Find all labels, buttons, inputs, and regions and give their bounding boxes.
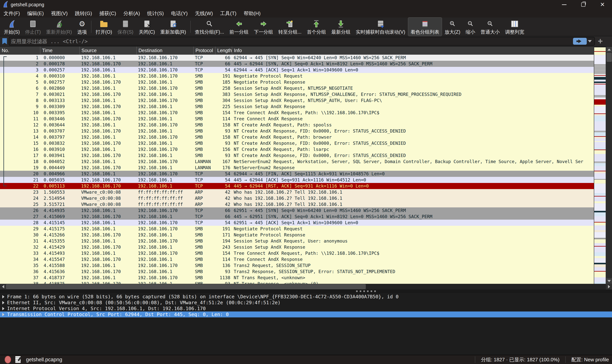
- menu-tools[interactable]: 工具(T): [217, 10, 240, 17]
- zoom-in-button[interactable]: + 放大(Z): [442, 17, 463, 36]
- menu-capture[interactable]: 捕获(C): [96, 10, 120, 17]
- reload-file-button[interactable]: 重新加载(R): [158, 17, 189, 36]
- packet-row[interactable]: 384.418875192.168.106.170192.168.106.1SM…: [0, 281, 594, 284]
- packet-row[interactable]: 334.415493192.168.106.1192.168.106.170SM…: [0, 250, 594, 256]
- column-time[interactable]: Time: [40, 47, 80, 54]
- packet-row[interactable]: 294.415175192.168.106.1192.168.106.170SM…: [0, 226, 594, 232]
- scroll-up-button[interactable]: [606, 47, 612, 52]
- column-destination[interactable]: Destination: [137, 47, 194, 54]
- normal-size-button[interactable]: = 普通大小: [478, 17, 502, 36]
- capture-options-button[interactable]: ⚙ 选项: [75, 17, 89, 36]
- packet-row[interactable]: 364.415636192.168.106.170192.168.106.1SM…: [0, 269, 594, 275]
- add-filter-button[interactable]: +: [598, 37, 603, 45]
- packet-row[interactable]: 210.005035192.168.106.170192.168.106.1TC…: [0, 177, 594, 183]
- packet-row[interactable]: 10.000000192.168.106.1192.168.106.170TCP…: [0, 55, 594, 61]
- packet-row[interactable]: 100.003395192.168.106.1192.168.106.170SM…: [0, 110, 594, 116]
- packet-row[interactable]: 110.003446192.168.106.170192.168.106.1SM…: [0, 116, 594, 122]
- apply-filter-button[interactable]: [573, 38, 587, 45]
- menu-edit[interactable]: 编辑(E): [24, 10, 47, 17]
- column-length[interactable]: Length: [216, 47, 232, 54]
- zoom-out-button[interactable]: − 缩小: [463, 17, 478, 36]
- profile-text[interactable]: 配置: New profile: [571, 356, 609, 363]
- packet-row[interactable]: 60.002860192.168.106.1192.168.106.170SMB…: [0, 85, 594, 91]
- expander-icon[interactable]: [2, 301, 4, 304]
- vertical-scrollbar[interactable]: [606, 47, 612, 284]
- capture-comment-icon[interactable]: [15, 356, 21, 363]
- packet-row[interactable]: 231.560553VMware_c0:00:08ff:ff:ff:ff:ff:…: [0, 189, 594, 195]
- packet-row[interactable]: 150.003832192.168.106.170192.168.106.1SM…: [0, 140, 594, 146]
- menu-telephony[interactable]: 电话(Y): [167, 10, 192, 17]
- resize-columns-button[interactable]: 调整列宽: [502, 17, 527, 36]
- packet-row[interactable]: 160.003910192.168.106.1192.168.106.170SM…: [0, 146, 594, 152]
- vertical-scroll-track[interactable]: [606, 62, 612, 278]
- next-packet-button[interactable]: 下一分组: [251, 17, 276, 36]
- packet-row[interactable]: 170.003941192.168.106.170192.168.106.1SM…: [0, 152, 594, 158]
- scroll-left-button[interactable]: [0, 284, 6, 289]
- packet-row[interactable]: 130.003707192.168.106.170192.168.106.1SM…: [0, 128, 594, 134]
- packet-row[interactable]: 374.418737192.168.106.1192.168.106.170SM…: [0, 275, 594, 281]
- scroll-down-button[interactable]: [606, 278, 612, 284]
- minimize-button[interactable]: [555, 0, 574, 9]
- scroll-right-button[interactable]: [606, 284, 612, 289]
- menu-file[interactable]: 文件(F): [0, 10, 24, 17]
- expander-icon[interactable]: [2, 295, 4, 299]
- expert-info-icon[interactable]: [5, 356, 11, 364]
- save-file-button[interactable]: 保存(S): [115, 17, 136, 36]
- packet-row[interactable]: 274.415069192.168.106.170192.168.106.1TC…: [0, 213, 594, 220]
- column-info[interactable]: Info: [232, 47, 594, 54]
- horizontal-scrollbar[interactable]: [0, 284, 612, 289]
- restore-button[interactable]: [574, 0, 593, 9]
- auto-scroll-button[interactable]: 实时捕获时自动滚动(V): [353, 17, 408, 36]
- find-packet-button[interactable]: 查找分组(F)...: [192, 17, 227, 36]
- packet-row[interactable]: 70.003021192.168.106.170192.168.106.1SMB…: [0, 91, 594, 97]
- close-button[interactable]: ✕: [593, 0, 612, 9]
- packet-row[interactable]: 344.415547192.168.106.170192.168.106.1SM…: [0, 256, 594, 262]
- previous-packet-button[interactable]: 前一分组: [227, 17, 251, 36]
- expander-icon[interactable]: [2, 307, 4, 310]
- packet-row[interactable]: 242.514954VMware_c0:00:08ff:ff:ff:ff:ff:…: [0, 195, 594, 201]
- packet-row[interactable]: 324.415429192.168.106.170192.168.106.1SM…: [0, 244, 594, 250]
- packet-row[interactable]: 40.000310192.168.106.1192.168.106.170SMB…: [0, 73, 594, 79]
- menu-help[interactable]: 帮助(H): [240, 10, 264, 17]
- restart-capture-button[interactable]: 重新开始(R): [43, 17, 75, 36]
- column-protocol[interactable]: Protocol: [194, 47, 216, 54]
- packet-row[interactable]: 284.415145192.168.106.1192.168.106.170TC…: [0, 220, 594, 226]
- filter-bookmark-icon[interactable]: [2, 38, 7, 44]
- packet-row[interactable]: 314.415355192.168.106.1192.168.106.170SM…: [0, 238, 594, 244]
- detail-row-ip[interactable]: Internet Protocol Version 4, Src: 192.16…: [0, 306, 612, 312]
- first-packet-button[interactable]: 首个分组: [304, 17, 329, 36]
- packet-row[interactable]: 354.415588192.168.106.1192.168.106.170SM…: [0, 262, 594, 269]
- column-no[interactable]: No.: [0, 47, 40, 54]
- detail-row-ethernet[interactable]: Ethernet II, Src: VMware_c0:00:08 (00:50…: [0, 300, 612, 306]
- packet-row[interactable]: 190.004449192.168.106.170192.168.106.1LA…: [0, 165, 594, 171]
- filter-dropdown-icon[interactable]: [588, 40, 592, 42]
- expander-icon[interactable]: [2, 313, 4, 316]
- packet-row[interactable]: 120.003644192.168.106.1192.168.106.170SM…: [0, 122, 594, 128]
- packet-row[interactable]: 264.414935192.168.106.1192.168.106.170TC…: [0, 208, 594, 213]
- packet-row[interactable]: 20.000178192.168.106.170192.168.106.1TCP…: [0, 61, 594, 67]
- stop-capture-button[interactable]: 停止(T): [22, 17, 43, 36]
- menu-go[interactable]: 跳转(G): [71, 10, 96, 17]
- open-file-button[interactable]: 打开(O): [93, 17, 115, 36]
- detail-row-frame[interactable]: Frame 1: 66 bytes on wire (528 bits), 66…: [0, 294, 612, 300]
- packet-row[interactable]: 253.515721VMware_c0:00:08ff:ff:ff:ff:ff:…: [0, 201, 594, 208]
- pane-splitter[interactable]: [0, 289, 612, 293]
- packet-row[interactable]: 200.004966192.168.106.1192.168.106.170TC…: [0, 171, 594, 177]
- goto-packet-button[interactable]: 转至分组...: [276, 17, 304, 36]
- menu-view[interactable]: 视图(V): [47, 10, 71, 17]
- menu-analyze[interactable]: 分析(A): [120, 10, 144, 17]
- column-source[interactable]: Source: [80, 47, 137, 54]
- packet-minimap[interactable]: [594, 47, 606, 284]
- menu-statistics[interactable]: 统计(S): [144, 10, 167, 17]
- packet-row[interactable]: 90.003309192.168.106.170192.168.106.1SMB…: [0, 104, 594, 110]
- menu-wireless[interactable]: 无线(W): [191, 10, 217, 17]
- detail-row-tcp[interactable]: Transmission Control Protocol, Src Port:…: [0, 312, 612, 317]
- display-filter-input[interactable]: [9, 38, 573, 44]
- last-packet-button[interactable]: 最新分组: [329, 17, 353, 36]
- packet-row[interactable]: 304.415266192.168.106.170192.168.106.1SM…: [0, 232, 594, 238]
- colorize-list-button[interactable]: 着色分组列表: [408, 17, 442, 36]
- packet-row[interactable]: 140.003797192.168.106.1192.168.106.170SM…: [0, 134, 594, 140]
- packet-row[interactable]: 50.002757192.168.106.170192.168.106.1SMB…: [0, 79, 594, 85]
- vertical-scroll-thumb[interactable]: [607, 53, 612, 62]
- packet-row[interactable]: 220.005113192.168.106.170192.168.106.1TC…: [0, 183, 594, 189]
